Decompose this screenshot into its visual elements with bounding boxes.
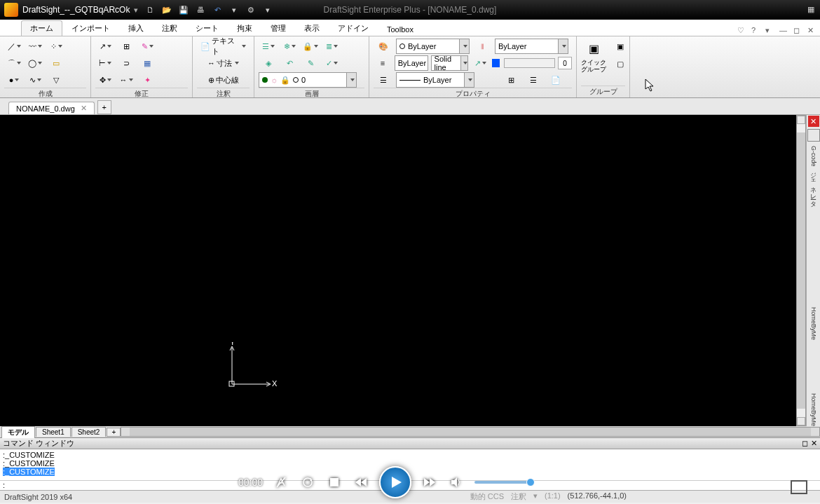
centerline-btn[interactable]: ⊕中心線	[197, 72, 250, 88]
linetype2-combo[interactable]: ByLayer	[495, 39, 568, 54]
lt-combo[interactable]: ByLayer	[395, 55, 428, 71]
ls-combo[interactable]: Solid line	[431, 55, 469, 71]
vc-stop-icon[interactable]	[326, 474, 343, 491]
tab-sheet[interactable]: シート	[186, 20, 228, 36]
hatch-icon[interactable]: ▦	[137, 55, 157, 71]
layer-freeze-icon[interactable]: ❄	[280, 39, 299, 54]
offset-icon[interactable]: ⊃	[116, 55, 136, 71]
vc-play-btn[interactable]	[379, 466, 411, 498]
stretch-icon[interactable]: ✥	[95, 72, 115, 88]
vscrollbar[interactable]	[796, 115, 806, 426]
sheet-tab-1[interactable]: Sheet1	[36, 427, 71, 437]
circle-icon[interactable]: ●	[4, 72, 24, 88]
close-icon[interactable]: ✕	[81, 104, 87, 113]
layer-lock-icon[interactable]: 🔒	[301, 39, 320, 54]
tab-insert[interactable]: 挿入	[119, 20, 153, 36]
point-icon[interactable]: ⁘	[46, 39, 66, 54]
list-icon[interactable]: ☰	[524, 72, 543, 88]
ellipse-icon[interactable]: ◯	[25, 55, 45, 71]
arc-icon[interactable]: ⌒	[4, 55, 24, 71]
layer-prev-icon[interactable]: ↶	[280, 55, 299, 71]
palette-close-icon[interactable]: ✕	[808, 116, 819, 127]
layer-states-icon[interactable]: ≣	[322, 39, 341, 54]
layer-match-icon[interactable]: ✎	[301, 55, 320, 71]
vc-volume-icon[interactable]	[448, 474, 465, 491]
tab-addin[interactable]: アドイン	[329, 20, 378, 36]
transparency-slider[interactable]	[504, 58, 555, 68]
drawing-canvas[interactable]: Y X	[0, 115, 796, 426]
explode-icon[interactable]: ✦	[137, 72, 157, 88]
close-icon[interactable]: ✕	[807, 26, 817, 36]
customize-icon[interactable]: ⚙	[245, 4, 257, 16]
layer-props-icon[interactable]: ☰	[259, 39, 278, 54]
tab-home[interactable]: ホーム	[21, 20, 62, 36]
text-btn[interactable]: 📄テキスト	[197, 39, 250, 54]
vc-toggle-a[interactable]	[273, 474, 289, 491]
erase-icon[interactable]: ✎	[137, 39, 157, 54]
palette-homebyme2[interactable]: HomeByMe	[810, 393, 817, 426]
spline-icon[interactable]: ∿	[25, 72, 45, 88]
save-icon[interactable]: 💾	[177, 4, 190, 16]
tab-toolbox[interactable]: Toolbox	[378, 22, 423, 36]
tab-annotate[interactable]: 注釈	[153, 20, 186, 36]
polyline-icon[interactable]: 〰	[25, 39, 45, 54]
qat-dropdown-icon[interactable]: ▾	[134, 6, 138, 15]
add-sheet-btn[interactable]: +	[107, 428, 121, 437]
vc-loop-icon[interactable]	[299, 474, 316, 491]
match-icon[interactable]: ↗	[471, 55, 489, 71]
layer-combo[interactable]: ☼ 🔒 0	[259, 72, 357, 88]
add-file-tab[interactable]: +	[97, 100, 111, 114]
cmd-dock-icon[interactable]: ◻	[802, 439, 808, 448]
lineweight-combo[interactable]: ByLayer	[396, 72, 474, 88]
status-ann-dd[interactable]: ▾	[533, 491, 538, 502]
doc-icon[interactable]: 📄	[546, 72, 566, 88]
vc-volume-slider[interactable]	[474, 481, 531, 484]
rect-icon[interactable]: ▭	[46, 55, 66, 71]
layer-ok-icon[interactable]: ✓	[322, 55, 341, 71]
file-tab[interactable]: NONAME_0.dwg ✕	[8, 102, 95, 114]
layer-iso-icon[interactable]: ◈	[259, 55, 278, 71]
ungroup-icon[interactable]: ▢	[610, 56, 630, 71]
vc-forward-icon[interactable]	[421, 474, 438, 491]
heart-icon[interactable]: ♡	[737, 26, 747, 36]
vc-rewind-icon[interactable]	[353, 474, 369, 491]
tab-constrain[interactable]: 拘束	[228, 20, 261, 36]
palette-dock-icon[interactable]	[807, 129, 820, 142]
new-icon[interactable]: 🗋	[144, 4, 156, 16]
color-picker-icon[interactable]: 🎨	[374, 39, 393, 54]
linetype-icon[interactable]: ≡	[374, 55, 392, 71]
compare-icon[interactable]: ⦀	[472, 39, 492, 54]
array-icon[interactable]: ⊞	[116, 39, 136, 54]
palette-gcode[interactable]: G-code ジェネレータ	[809, 146, 818, 203]
sheet-tab-2[interactable]: Sheet2	[71, 427, 107, 437]
print-icon[interactable]: 🖶	[194, 4, 207, 16]
tab-view[interactable]: 表示	[295, 20, 329, 36]
line-icon[interactable]: ／	[4, 39, 24, 54]
fullscreen-icon[interactable]	[791, 480, 807, 494]
trim-icon[interactable]: ⊢	[95, 55, 115, 71]
undo-icon[interactable]: ↶	[211, 4, 224, 16]
dimension-btn[interactable]: ↔寸法	[197, 55, 250, 71]
quick-group-btn[interactable]: ▣ クイック グループ	[581, 39, 606, 86]
lineweight-icon[interactable]: ☰	[374, 72, 393, 88]
grid-icon[interactable]: ▦	[807, 5, 817, 15]
qat-more-icon[interactable]: ▾	[261, 4, 274, 16]
group-icon[interactable]: ▣	[610, 39, 630, 54]
palette-homebyme1[interactable]: HomeByMe	[810, 307, 817, 340]
scale-icon[interactable]: ↔	[116, 72, 136, 88]
transparency-input[interactable]	[558, 57, 572, 69]
status-scale[interactable]: (1:1)	[545, 491, 561, 502]
table-icon[interactable]: ⊞	[501, 72, 521, 88]
open-icon[interactable]: 📂	[160, 4, 173, 16]
tab-manage[interactable]: 管理	[261, 20, 295, 36]
help-icon[interactable]: ?	[751, 26, 761, 36]
maximize-icon[interactable]: ◻	[793, 26, 803, 36]
tab-import[interactable]: インポート	[62, 20, 119, 36]
sheet-tab-model[interactable]: モデル	[1, 426, 35, 438]
hscrollbar[interactable]	[121, 427, 820, 437]
color-combo[interactable]: ByLayer	[396, 39, 470, 54]
region-icon[interactable]: ▽	[46, 72, 66, 88]
minimize-icon[interactable]: —	[779, 26, 789, 36]
move-icon[interactable]: ↗	[95, 39, 115, 54]
cmd-close-icon[interactable]: ✕	[811, 439, 817, 448]
